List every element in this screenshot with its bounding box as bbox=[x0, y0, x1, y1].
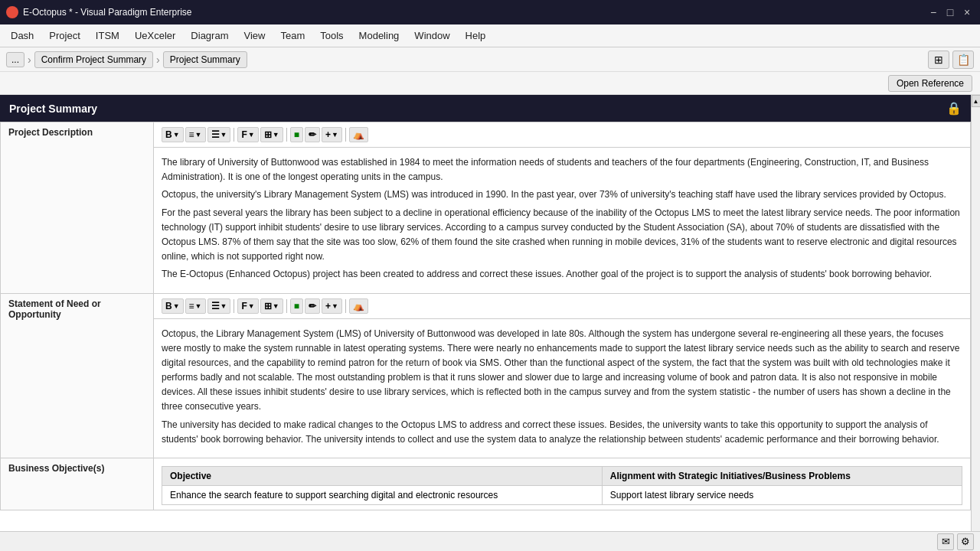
biz-objectives-table: Objective Alignment with Strategic Initi… bbox=[162, 466, 962, 505]
list-button-2[interactable]: ☰▼ bbox=[207, 298, 231, 314]
font-arrow: ▼ bbox=[248, 131, 255, 139]
table-arrow: ▼ bbox=[273, 131, 279, 139]
ref-bar: Open Reference bbox=[0, 72, 980, 95]
bold-arrow: ▼ bbox=[173, 131, 180, 139]
font-arrow-2: ▼ bbox=[248, 302, 255, 310]
project-summary-header: Project Summary 🔒 bbox=[0, 95, 971, 122]
list-button[interactable]: ☰▼ bbox=[207, 127, 231, 142]
align-arrow: ▼ bbox=[195, 131, 202, 139]
restore-button[interactable]: □ bbox=[943, 5, 957, 19]
app-title: E-Octopus * - Visual Paradigm Enterprise bbox=[23, 7, 192, 18]
statement-label: Statement of Need or Opportunity bbox=[1, 293, 154, 458]
pd-para-4: The E-Octopus (Enhanced Octopus) project… bbox=[162, 267, 962, 282]
table-arrow-2: ▼ bbox=[273, 302, 279, 310]
pd-para-1: The library of University of Buttonwood … bbox=[162, 155, 962, 184]
statement-content: Octopus, the Library Management System (… bbox=[154, 318, 971, 458]
tb-sep-1 bbox=[234, 128, 234, 142]
breadcrumb-icon-btn-1[interactable]: ⊞ bbox=[928, 51, 949, 69]
title-bar-controls[interactable]: − □ × bbox=[926, 5, 974, 19]
breadcrumb-summary[interactable]: Project Summary bbox=[163, 51, 247, 68]
open-reference-button[interactable]: Open Reference bbox=[888, 75, 972, 92]
content-table: Project Description B▼ ≡▼ ☰▼ F▼ ⊞▼ ■ ✏ +… bbox=[0, 122, 971, 510]
menu-modeling[interactable]: Modeling bbox=[351, 27, 407, 44]
project-summary-title: Project Summary bbox=[9, 103, 97, 115]
menu-window[interactable]: Window bbox=[407, 27, 457, 44]
breadcrumb-summary-label: Project Summary bbox=[170, 54, 240, 65]
breadcrumb-bar: ... › Confirm Project Summary › Project … bbox=[0, 47, 980, 72]
menu-help[interactable]: Help bbox=[458, 27, 494, 44]
project-description-toolbar: B▼ ≡▼ ☰▼ F▼ ⊞▼ ■ ✏ +▼ ⛺ bbox=[154, 122, 971, 148]
biz-obj-row: Business Objective(s) Objective Alignmen… bbox=[1, 458, 971, 510]
pd-para-2: Octopus, the university's Library Manage… bbox=[162, 187, 962, 202]
menu-dash[interactable]: Dash bbox=[3, 27, 41, 44]
view-button-2[interactable]: ⛺ bbox=[349, 298, 368, 314]
statement-text: Octopus, the Library Management System (… bbox=[162, 324, 962, 454]
breadcrumb-arrow-2: › bbox=[156, 54, 160, 66]
main-area: Project Summary 🔒 Project Description B▼… bbox=[0, 95, 980, 551]
menu-itsm[interactable]: ITSM bbox=[88, 27, 127, 44]
table-button-2[interactable]: ⊞▼ bbox=[260, 298, 283, 314]
green-button-1[interactable]: ■ bbox=[290, 127, 303, 142]
font-button-2[interactable]: F▼ bbox=[237, 298, 258, 314]
pd-para-3: For the past several years the library h… bbox=[162, 206, 962, 265]
biz-obj-label: Business Objective(s) bbox=[1, 458, 154, 510]
title-bar: E-Octopus * - Visual Paradigm Enterprise… bbox=[0, 0, 980, 24]
title-bar-left: E-Octopus * - Visual Paradigm Enterprise bbox=[6, 6, 192, 18]
align-arrow-2: ▼ bbox=[195, 302, 202, 310]
view-button-1[interactable]: ⛺ bbox=[349, 127, 368, 142]
insert-button-1[interactable]: +▼ bbox=[322, 127, 342, 142]
breadcrumb-arrow-1: › bbox=[28, 54, 31, 66]
project-description-toolbar-row: Project Description B▼ ≡▼ ☰▼ F▼ ⊞▼ ■ ✏ +… bbox=[1, 122, 971, 148]
breadcrumb-confirm[interactable]: Confirm Project Summary bbox=[34, 51, 153, 68]
biz-row-alignment: Support latest library service needs bbox=[602, 486, 962, 505]
stmt-para-1: Octopus, the Library Management System (… bbox=[162, 327, 962, 415]
minimize-button[interactable]: − bbox=[926, 5, 940, 19]
right-scrollbar[interactable]: ▲ ▼ bbox=[971, 95, 980, 551]
breadcrumb-confirm-label: Confirm Project Summary bbox=[41, 54, 146, 65]
lock-icon: 🔒 bbox=[946, 101, 962, 116]
biz-header-alignment: Alignment with Strategic Initiatives/Bus… bbox=[602, 467, 962, 486]
content-wrapper[interactable]: Project Summary 🔒 Project Description B▼… bbox=[0, 95, 971, 551]
table-button[interactable]: ⊞▼ bbox=[260, 127, 283, 142]
menu-tools[interactable]: Tools bbox=[312, 27, 351, 44]
project-description-label: Project Description bbox=[1, 122, 154, 294]
statement-toolbar: B▼ ≡▼ ☰▼ F▼ ⊞▼ ■ ✏ +▼ ⛺ bbox=[154, 293, 971, 318]
tb-sep-4 bbox=[234, 299, 234, 313]
settings-icon: ⚙ bbox=[961, 536, 970, 547]
tb-sep-5 bbox=[286, 299, 287, 313]
font-button[interactable]: F▼ bbox=[237, 127, 258, 142]
tb-sep-2 bbox=[286, 128, 287, 142]
scroll-up-arrow[interactable]: ▲ bbox=[972, 95, 981, 107]
bold-button[interactable]: B▼ bbox=[162, 127, 184, 142]
breadcrumb-more-button[interactable]: ... bbox=[6, 52, 24, 67]
bold-button-2[interactable]: B▼ bbox=[162, 298, 184, 314]
tb-sep-6 bbox=[345, 299, 346, 313]
menu-view[interactable]: View bbox=[236, 27, 273, 44]
settings-icon-btn[interactable]: ⚙ bbox=[957, 533, 974, 550]
app-icon bbox=[6, 6, 18, 18]
close-button[interactable]: × bbox=[960, 5, 974, 19]
highlight-button-2[interactable]: ✏ bbox=[305, 298, 320, 314]
email-icon-btn[interactable]: ✉ bbox=[937, 533, 954, 550]
align-button-2[interactable]: ≡▼ bbox=[185, 298, 206, 314]
breadcrumb-icon-btn-2[interactable]: 📋 bbox=[952, 51, 974, 69]
menu-team[interactable]: Team bbox=[273, 27, 312, 44]
menu-diagram[interactable]: Diagram bbox=[183, 27, 236, 44]
menu-uexceler[interactable]: UeXceler bbox=[127, 27, 183, 44]
insert-button-2[interactable]: +▼ bbox=[322, 298, 342, 314]
green-button-2[interactable]: ■ bbox=[290, 298, 303, 314]
biz-obj-content: Objective Alignment with Strategic Initi… bbox=[154, 458, 971, 510]
toolbar-buttons-1: B▼ ≡▼ ☰▼ F▼ ⊞▼ ■ ✏ +▼ ⛺ bbox=[162, 127, 962, 142]
email-icon: ✉ bbox=[942, 536, 950, 547]
project-description-content: The library of University of Buttonwood … bbox=[154, 148, 971, 294]
toolbar-buttons-2: B▼ ≡▼ ☰▼ F▼ ⊞▼ ■ ✏ +▼ ⛺ bbox=[162, 298, 962, 314]
insert-arrow-2: ▼ bbox=[332, 302, 338, 310]
menu-project[interactable]: Project bbox=[41, 27, 87, 44]
menu-bar: Dash Project ITSM UeXceler Diagram View … bbox=[0, 24, 980, 47]
biz-table-header-row: Objective Alignment with Strategic Initi… bbox=[162, 467, 962, 486]
tb-sep-3 bbox=[345, 128, 346, 142]
list-arrow: ▼ bbox=[220, 131, 227, 139]
highlight-button-1[interactable]: ✏ bbox=[305, 127, 320, 142]
stmt-para-2: The university has decided to make radic… bbox=[162, 418, 962, 447]
align-button[interactable]: ≡▼ bbox=[185, 127, 206, 142]
